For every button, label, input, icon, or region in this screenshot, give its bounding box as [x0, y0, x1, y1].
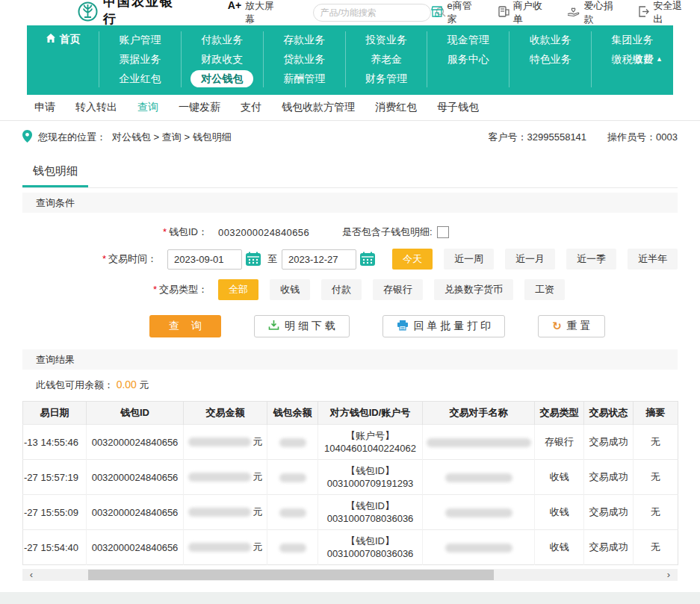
quick-links: e商管家 商户收单 爱心捐款 安全退出 — [431, 0, 690, 26]
menu-column-4: 现金管理服务中心 — [427, 31, 509, 87]
transaction-type-chip[interactable]: 兑换数字货币 — [434, 279, 513, 300]
menu-item[interactable]: 账户管理 — [119, 31, 161, 49]
secure-logout-link[interactable]: 安全退出 — [638, 0, 690, 26]
masked-value — [188, 473, 251, 482]
date-range-chip[interactable]: 近一月 — [505, 249, 555, 270]
column-header: 易日期 — [23, 402, 87, 425]
transaction-type-chip[interactable]: 存银行 — [373, 279, 423, 300]
transaction-date-cell: -27 15:55:09 — [23, 495, 87, 530]
collapse-menu-button[interactable]: 收起 ▲ — [634, 52, 663, 66]
balance-label: 此钱包可用余额： — [36, 379, 114, 390]
menu-item[interactable]: 付款业务 — [201, 31, 243, 49]
wallet-id-value: 0032000024840656 — [218, 227, 309, 238]
masked-value — [279, 508, 306, 517]
summary-cell: 无 — [634, 425, 678, 460]
column-header: 交易金额 — [184, 402, 267, 425]
balance-unit: 元 — [140, 379, 149, 390]
menu-item[interactable]: 现金管理 — [447, 31, 489, 49]
date-from-input[interactable] — [167, 249, 242, 270]
menu-column-3: 投资业务养老金财务管理 — [345, 31, 427, 87]
shop-icon — [431, 6, 443, 19]
reset-button[interactable]: ↻ 重 置 — [538, 315, 604, 337]
menu-item[interactable]: 企业红包 — [119, 70, 161, 87]
table-horizontal-scrollbar[interactable]: ‹ › — [22, 569, 678, 581]
charity-donation-link[interactable]: 爱心捐款 — [567, 0, 620, 26]
balance-value: 0.00 — [117, 379, 137, 390]
font-size-icon: A+ — [228, 0, 241, 11]
scrollbar-thumb[interactable] — [88, 570, 495, 580]
main-menu: 首页 账户管理票据业务企业红包付款业务财政收支对公钱包存款业务贷款业务薪酬管理投… — [27, 25, 673, 95]
status-cell: 交易成功 — [584, 495, 634, 530]
enlarge-screen-button[interactable]: A+ 放大屏幕 — [228, 0, 282, 26]
summary-cell: 无 — [634, 460, 678, 495]
include-sub-wallet-checkbox[interactable] — [437, 226, 449, 238]
scroll-right-icon[interactable]: › — [661, 569, 676, 581]
tab-wallet-detail[interactable]: 钱包明细 — [22, 158, 88, 187]
operator-number: 操作员号：0003 — [607, 131, 678, 144]
counterparty-name-cell — [423, 425, 535, 460]
tab-bar: 钱包明细 — [22, 154, 678, 188]
query-form: *钱包ID： 0032000024840656 是否包含子钱包明细: *交易时间… — [0, 213, 700, 337]
date-range-chip[interactable]: 近半年 — [628, 249, 678, 270]
menu-item[interactable]: 财务管理 — [365, 70, 407, 87]
merchant-acquiring-link[interactable]: 商户收单 — [498, 0, 550, 26]
subnav-item[interactable]: 支付 — [241, 101, 261, 114]
transaction-type-chip[interactable]: 全部 — [218, 279, 258, 300]
masked-value — [279, 473, 306, 482]
menu-item[interactable]: 贷款业务 — [283, 51, 325, 68]
product-search-box[interactable] — [313, 4, 431, 22]
subnav-item[interactable]: 转入转出 — [75, 101, 117, 114]
batch-print-receipt-button[interactable]: 回 单 批 量 打 印 — [382, 315, 505, 337]
masked-value — [279, 544, 306, 552]
query-button[interactable]: 查 询 — [149, 315, 221, 337]
breadcrumb-path: 对公钱包 > 查询 > 钱包明细 — [112, 131, 232, 144]
calendar-icon[interactable] — [359, 252, 376, 267]
menu-item[interactable]: 票据业务 — [119, 51, 161, 68]
chevron-up-icon: ▲ — [656, 55, 663, 63]
masked-value — [445, 544, 512, 552]
date-range-chip[interactable]: 今天 — [392, 249, 433, 270]
action-buttons: 查 询 明 细 下 载 回 单 批 量 打 印 ↻ 重 置 — [149, 315, 678, 337]
subnav-item[interactable]: 申请 — [34, 101, 55, 114]
menu-item[interactable]: 集团业务 — [612, 31, 654, 49]
menu-item[interactable]: 养老金 — [371, 51, 402, 68]
subnav-item[interactable]: 母子钱包 — [437, 101, 479, 114]
e-business-manager-link[interactable]: e商管家 — [431, 0, 479, 26]
menu-item[interactable]: 收款业务 — [530, 31, 572, 49]
counterparty-id-cell: 【钱包ID】0031000708036036 — [318, 530, 423, 565]
transaction-type-cell: 存银行 — [535, 425, 584, 460]
transaction-type-label: *交易类型： — [22, 283, 208, 296]
scroll-left-icon[interactable]: ‹ — [24, 569, 39, 581]
date-range-chip[interactable]: 近一周 — [444, 249, 494, 270]
table-header-row: 易日期钱包ID交易金额钱包余额对方钱包ID/账户号交易对手名称交易类型交易状态摘… — [23, 402, 678, 425]
column-header: 摘要 — [634, 402, 678, 425]
menu-columns: 账户管理票据业务企业红包付款业务财政收支对公钱包存款业务贷款业务薪酬管理投资业务… — [99, 31, 673, 87]
status-cell: 交易成功 — [584, 460, 634, 495]
menu-item[interactable]: 薪酬管理 — [283, 70, 325, 87]
search-input[interactable] — [320, 7, 436, 18]
subnav-item[interactable]: 钱包收款方管理 — [282, 101, 355, 114]
date-range-chip[interactable]: 近一季 — [566, 249, 616, 270]
calendar-icon[interactable] — [245, 252, 261, 267]
column-header: 钱包ID — [87, 402, 184, 425]
menu-item[interactable]: 财政收支 — [201, 51, 243, 68]
transaction-type-chip[interactable]: 工资 — [524, 279, 565, 300]
menu-item[interactable]: 存款业务 — [283, 31, 325, 49]
column-header: 钱包余额 — [267, 402, 318, 425]
subnav-item[interactable]: 查询 — [137, 101, 158, 114]
pos-icon — [498, 6, 509, 19]
date-to-input[interactable] — [282, 249, 356, 270]
menu-item-home[interactable]: 首页 — [27, 31, 99, 87]
transaction-type-chip[interactable]: 付款 — [321, 279, 362, 300]
transaction-time-label: *交易时间： — [22, 252, 157, 266]
download-detail-button[interactable]: 明 细 下 载 — [254, 315, 350, 337]
menu-item[interactable]: 特色业务 — [530, 51, 572, 68]
balance-cell — [267, 460, 318, 495]
subnav-item[interactable]: 消费红包 — [375, 101, 417, 114]
transaction-type-chip[interactable]: 收钱 — [270, 279, 310, 300]
menu-item[interactable]: 投资业务 — [365, 31, 407, 49]
menu-item[interactable]: 对公钱包 — [191, 70, 253, 87]
subnav-item[interactable]: 一键发薪 — [179, 101, 220, 114]
menu-item[interactable]: 服务中心 — [447, 51, 489, 68]
breadcrumb: 您现在的位置： 对公钱包 > 查询 > 钱包明细 — [22, 130, 232, 145]
